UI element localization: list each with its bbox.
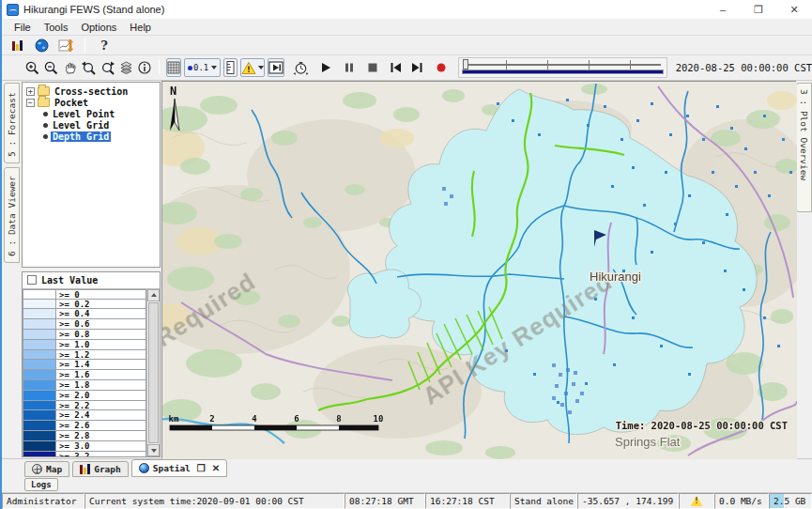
- legend-row[interactable]: >= 1.6: [23, 370, 146, 380]
- scrollbar-thumb[interactable]: [148, 302, 159, 443]
- zoom-next-icon[interactable]: [100, 58, 115, 77]
- step-forward-button[interactable]: [411, 58, 424, 77]
- scroll-up-icon[interactable]: [147, 289, 160, 301]
- help-button[interactable]: ?: [95, 36, 114, 54]
- zoom-out-icon[interactable]: [43, 58, 59, 77]
- record-button[interactable]: [435, 58, 448, 77]
- legend-row[interactable]: >= 3.0: [23, 441, 146, 452]
- current-timestep-label: 2020-08-25 00:00:00 CST: [676, 62, 812, 73]
- tab-data-viewer[interactable]: 6 : Data Viewer: [4, 167, 20, 263]
- legend-row[interactable]: >= 1.4: [23, 360, 146, 370]
- svg-text:4: 4: [252, 414, 257, 424]
- contour-threshold-dropdown[interactable]: 0.1: [184, 58, 221, 77]
- pan-hand-icon[interactable]: [62, 58, 78, 77]
- legend-row[interactable]: >= 0.8: [23, 330, 146, 340]
- toolbar-separator: [159, 60, 160, 75]
- zoom-previous-icon[interactable]: [81, 58, 97, 77]
- time-slider-handle[interactable]: [463, 59, 468, 69]
- legend-row[interactable]: >= 1.8: [23, 380, 146, 391]
- bar-chart-icon: [80, 464, 90, 474]
- layer-bullet-icon: [43, 134, 48, 139]
- left-tab-strip: 5 : Forecast 6 : Data Viewer: [2, 81, 21, 458]
- tree-leaf-depth-grid[interactable]: Depth Grid: [23, 131, 160, 142]
- legend-color-swatch: [23, 360, 56, 370]
- legend-row[interactable]: >= 3.2: [23, 452, 146, 456]
- legend-color-swatch: [23, 452, 56, 456]
- step-back-button[interactable]: [390, 58, 403, 77]
- tree-node-pocket[interactable]: − Pocket: [23, 97, 160, 108]
- close-button[interactable]: ✕: [776, 0, 812, 19]
- chevron-down-icon: [211, 66, 217, 69]
- legend-row[interactable]: >= 1.2: [23, 350, 146, 361]
- menu-item[interactable]: Options: [74, 21, 123, 34]
- menu-item[interactable]: Help: [123, 21, 158, 34]
- status-coordinates: -35.657 , 174.199: [577, 493, 679, 509]
- rating-curve-icon[interactable]: [56, 36, 75, 54]
- globe-icon[interactable]: [32, 36, 51, 54]
- database-bars-icon[interactable]: [8, 36, 26, 54]
- logs-button[interactable]: Logs: [24, 478, 58, 491]
- minimize-button[interactable]: –: [705, 0, 741, 19]
- legend-scale-list: >= 0 >= 0.2 >= 0.4 >= 0.6 >= 0.8: [23, 289, 146, 456]
- tree-leaf-level-point[interactable]: Level Point: [23, 108, 160, 119]
- legend-color-swatch: [23, 431, 56, 441]
- map-canvas[interactable]: API Key Required API Key Required N: [161, 81, 796, 458]
- svg-text:10: 10: [374, 414, 384, 424]
- time-slider-span-bar: [462, 69, 664, 74]
- tab-spatial[interactable]: Spatial ❐ ✕: [131, 459, 227, 477]
- zoom-in-icon[interactable]: [24, 58, 40, 77]
- legend-row[interactable]: >= 0.2: [23, 300, 146, 310]
- info-icon[interactable]: [137, 58, 152, 77]
- folder-icon: [38, 86, 50, 96]
- scroll-down-icon[interactable]: [147, 444, 160, 456]
- legend-row[interactable]: >= 2.0: [23, 391, 146, 401]
- maximize-button[interactable]: ❐: [741, 0, 776, 19]
- legend-row[interactable]: >= 2.4: [23, 410, 146, 421]
- legend-scrollbar[interactable]: [146, 289, 160, 456]
- status-system-time: Current system time:2020-09-01 00:00 CST: [84, 493, 345, 509]
- thresholds-warning-dropdown[interactable]: [240, 58, 265, 77]
- legend-row[interactable]: >= 0.6: [23, 319, 146, 330]
- last-value-checkbox[interactable]: [27, 275, 37, 285]
- map-toolbar: 0.1: [2, 55, 812, 81]
- menu-item[interactable]: Tools: [38, 21, 75, 34]
- legend-color-swatch: [23, 300, 56, 310]
- tree-leaf-level-grid[interactable]: Level Grid: [23, 119, 160, 131]
- legend-row[interactable]: >= 1.0: [23, 340, 146, 350]
- timer-settings-icon[interactable]: [293, 58, 309, 77]
- logs-row: Logs: [2, 477, 812, 492]
- time-slider-rail: [465, 64, 661, 66]
- legend-color-swatch: [23, 350, 56, 361]
- legend-row[interactable]: >= 0: [23, 289, 146, 300]
- town-label: Hikurangi: [590, 270, 641, 284]
- expand-icon[interactable]: +: [26, 87, 35, 96]
- pause-button[interactable]: [343, 58, 356, 77]
- play-button[interactable]: [319, 58, 332, 77]
- ruler-scale-button[interactable]: [223, 58, 237, 77]
- legend-color-swatch: [23, 410, 56, 421]
- status-local-time: 16:27:18 CST: [425, 493, 510, 509]
- stop-button[interactable]: [366, 58, 379, 77]
- locality-label: Springs Flat: [615, 435, 681, 449]
- legend-color-swatch: [23, 330, 56, 340]
- tab-forecast[interactable]: 5 : Forecast: [4, 83, 20, 163]
- tab-graph[interactable]: Graph: [72, 461, 129, 477]
- grid-layer-button[interactable]: [166, 58, 181, 77]
- tab-close-icon[interactable]: ✕: [212, 463, 220, 473]
- app-logo-icon: [7, 4, 19, 16]
- legend-row[interactable]: >= 0.4: [23, 309, 146, 319]
- svg-text:6: 6: [294, 414, 299, 424]
- time-slider[interactable]: [458, 57, 667, 78]
- tab-maximize-icon[interactable]: ❐: [197, 463, 206, 473]
- legend-row[interactable]: >= 2.2: [23, 401, 146, 411]
- status-warning[interactable]: [679, 493, 714, 509]
- layers-icon[interactable]: [118, 58, 134, 77]
- bottom-tab-bar: Map Graph Spatial ❐ ✕: [2, 458, 812, 477]
- tab-map[interactable]: Map: [24, 461, 69, 477]
- animation-button[interactable]: [268, 58, 284, 77]
- legend-row[interactable]: >= 2.8: [23, 431, 146, 441]
- legend-row[interactable]: >= 2.6: [23, 421, 146, 431]
- menu-item[interactable]: File: [8, 21, 38, 34]
- collapse-icon[interactable]: −: [26, 99, 35, 107]
- tab-plot-overview[interactable]: 3 : Plot Overview: [796, 83, 812, 212]
